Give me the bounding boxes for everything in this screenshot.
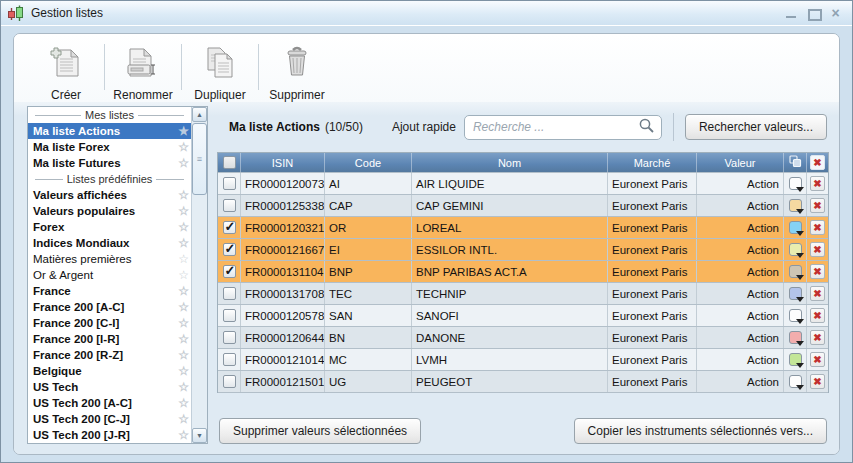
delete-row-icon[interactable]: ✖ (810, 308, 825, 323)
row-checkbox[interactable] (223, 265, 236, 278)
favorite-star-icon[interactable]: ☆ (178, 316, 189, 330)
select-all-checkbox[interactable] (223, 156, 236, 169)
sidebar-item-ma-liste-actions[interactable]: Ma liste Actions★ (28, 123, 191, 139)
table-row[interactable]: FR0000120644 BN DANONE Euronext Paris Ac… (218, 326, 828, 348)
close-icon[interactable]: × (829, 7, 842, 20)
scroll-up-icon[interactable]: ▲ (192, 107, 207, 122)
favorite-star-icon[interactable]: ☆ (178, 156, 189, 170)
row-checkbox[interactable] (223, 375, 236, 388)
delete-row-icon[interactable]: ✖ (810, 220, 825, 235)
favorite-star-icon[interactable]: ☆ (178, 220, 189, 234)
search-values-button[interactable]: Rechercher valeurs... (685, 114, 827, 140)
tag-color-dropdown-icon[interactable] (789, 353, 802, 366)
tag-color-dropdown-icon[interactable] (789, 265, 802, 278)
favorite-star-icon[interactable]: ☆ (178, 140, 189, 154)
table-row[interactable]: FR0000121501 UG PEUGEOT Euronext Paris A… (218, 370, 828, 392)
sidebar-item-ma-liste-futures[interactable]: Ma liste Futures☆ (28, 155, 191, 171)
row-checkbox[interactable] (223, 243, 236, 256)
sidebar-item-france-200-ci[interactable]: France 200 [C-I]☆ (28, 315, 191, 331)
delete-row-icon[interactable]: ✖ (810, 264, 825, 279)
create-list-button[interactable]: Créer (30, 41, 102, 102)
maximize-icon[interactable] (807, 7, 820, 20)
sidebar-item-us-tech-200-ac[interactable]: US Tech 200 [A-C]☆ (28, 395, 191, 411)
sidebar-item-indices-mondiaux[interactable]: Indices Mondiaux☆ (28, 235, 191, 251)
sidebar-item-valeurs-affichees[interactable]: Valeurs affichées☆ (28, 187, 191, 203)
favorite-star-icon[interactable]: ☆ (178, 332, 189, 346)
favorite-star-icon[interactable]: ☆ (178, 300, 189, 314)
table-row[interactable]: FR0000125338 CAP CAP GEMINI Euronext Par… (218, 194, 828, 216)
row-checkbox[interactable] (223, 199, 236, 212)
row-checkbox[interactable] (223, 309, 236, 322)
sidebar-item-valeurs-populaires[interactable]: Valeurs populaires☆ (28, 203, 191, 219)
delete-row-icon[interactable]: ✖ (810, 242, 825, 257)
favorite-star-icon[interactable]: ☆ (178, 428, 189, 442)
delete-row-icon[interactable]: ✖ (810, 330, 825, 345)
sidebar-item-us-tech-200-cj[interactable]: US Tech 200 [C-J]☆ (28, 411, 191, 427)
tag-color-dropdown-icon[interactable] (789, 375, 802, 388)
row-checkbox[interactable] (223, 177, 236, 190)
scrollbar-thumb[interactable]: ≡ (192, 123, 207, 195)
table-row[interactable]: FR0000120578 SAN SANOFI Euronext Paris A… (218, 304, 828, 326)
row-checkbox[interactable] (223, 353, 236, 366)
table-row[interactable]: FR0000120321 OR LOREAL Euronext Paris Ac… (218, 216, 828, 238)
lists-sidebar: Mes listes Ma liste Actions★ Ma liste Fo… (27, 106, 208, 444)
delete-row-icon[interactable]: ✖ (810, 374, 825, 389)
delete-row-icon[interactable]: ✖ (810, 286, 825, 301)
delete-selected-button[interactable]: Supprimer valeurs sélectionnées (219, 418, 421, 444)
sidebar-item-ma-liste-forex[interactable]: Ma liste Forex☆ (28, 139, 191, 155)
sidebar-item-us-tech-200-jr[interactable]: US Tech 200 [J-R]☆ (28, 427, 191, 443)
valeur-cell: Action (696, 173, 783, 194)
row-checkbox[interactable] (223, 287, 236, 300)
tag-color-dropdown-icon[interactable] (789, 199, 802, 212)
table-row[interactable]: FR0000120073 AI AIR LIQUIDE Euronext Par… (218, 172, 828, 194)
table-row[interactable]: FR0000121014 MC LVMH Euronext Paris Acti… (218, 348, 828, 370)
select-all-header-cell (218, 153, 240, 172)
scroll-down-icon[interactable]: ▼ (192, 428, 207, 443)
isin-cell: FR0000121667 (240, 239, 324, 260)
delete-row-icon[interactable]: ✖ (810, 352, 825, 367)
favorite-star-icon[interactable]: ☆ (178, 252, 189, 266)
sidebar-item-forex[interactable]: Forex☆ (28, 219, 191, 235)
favorite-star-icon[interactable]: ☆ (178, 188, 189, 202)
sidebar-item-france-200-ir[interactable]: France 200 [I-R]☆ (28, 331, 191, 347)
favorite-star-icon[interactable]: ☆ (178, 348, 189, 362)
delete-list-button[interactable]: Supprimer (261, 41, 333, 102)
delete-all-icon[interactable]: ✖ (810, 155, 825, 170)
favorite-star-icon[interactable]: ☆ (178, 236, 189, 250)
sidebar-item-france[interactable]: France☆ (28, 283, 191, 299)
sidebar-item-or-argent[interactable]: Or & Argent☆ (28, 267, 191, 283)
tag-color-dropdown-icon[interactable] (789, 287, 802, 300)
rename-list-button[interactable]: Renommer (107, 41, 179, 102)
duplicate-list-button[interactable]: Dupliquer (184, 41, 256, 102)
sidebar-item-us-tech[interactable]: US Tech☆ (28, 379, 191, 395)
row-checkbox[interactable] (223, 331, 236, 344)
search-input[interactable] (473, 120, 638, 134)
favorite-star-icon[interactable]: ☆ (178, 284, 189, 298)
table-row[interactable]: FR0000121667 EI ESSILOR INTL. Euronext P… (218, 238, 828, 260)
favorite-star-icon[interactable]: ☆ (178, 204, 189, 218)
delete-row-icon[interactable]: ✖ (810, 198, 825, 213)
sidebar-item-belgique[interactable]: Belgique☆ (28, 363, 191, 379)
tag-color-dropdown-icon[interactable] (789, 177, 802, 190)
tag-color-dropdown-icon[interactable] (789, 243, 802, 256)
table-row[interactable]: FR0000131104 BNP BNP PARIBAS ACT.A Euron… (218, 260, 828, 282)
sidebar-item-france-200-rz[interactable]: France 200 [R-Z]☆ (28, 347, 191, 363)
favorite-star-icon[interactable]: ☆ (178, 412, 189, 426)
sidebar-item-matieres-premieres[interactable]: Matières premières☆ (28, 251, 191, 267)
delete-row-icon[interactable]: ✖ (810, 176, 825, 191)
toolbar-separator (181, 44, 182, 90)
tag-color-dropdown-icon[interactable] (789, 221, 802, 234)
table-row[interactable]: FR0000131708 TEC TECHNIP Euronext Paris … (218, 282, 828, 304)
favorite-star-icon[interactable]: ★ (178, 124, 189, 138)
favorite-star-icon[interactable]: ☆ (178, 268, 189, 282)
sidebar-scrollbar[interactable]: ▲ ≡ ▼ (191, 107, 207, 443)
tag-color-dropdown-icon[interactable] (789, 331, 802, 344)
favorite-star-icon[interactable]: ☆ (178, 364, 189, 378)
favorite-star-icon[interactable]: ☆ (178, 380, 189, 394)
sidebar-item-france-200-ac[interactable]: France 200 [A-C]☆ (28, 299, 191, 315)
tag-color-dropdown-icon[interactable] (789, 309, 802, 322)
copy-selected-button[interactable]: Copier les instruments sélectionnés vers… (574, 418, 827, 444)
favorite-star-icon[interactable]: ☆ (178, 396, 189, 410)
minimize-icon[interactable] (785, 7, 798, 20)
row-checkbox[interactable] (223, 221, 236, 234)
